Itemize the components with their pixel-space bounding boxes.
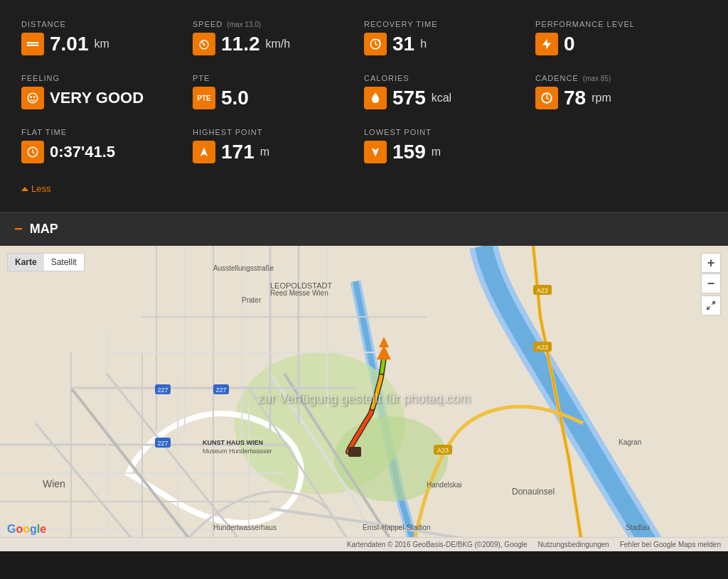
svg-point-7 — [31, 97, 32, 98]
svg-text:Handelskai: Handelskai — [427, 481, 461, 489]
calories-icon — [364, 87, 387, 109]
map-toggle-button[interactable]: − — [14, 221, 23, 237]
lowest-point-icon — [364, 141, 387, 163]
map-footer: Kartendaten © 2016 GeoBasis-DE/BKG (©200… — [0, 537, 728, 551]
cadence-unit: rpm — [592, 92, 611, 104]
stat-distance: DISTANCE 7.01 km — [21, 14, 193, 61]
map-terms-link[interactable]: Nutzungsbedingungen — [538, 541, 609, 548]
svg-point-15 — [334, 416, 448, 502]
distance-unit: km — [95, 38, 109, 50]
stat-pte: PTE PTE 5.0 — [193, 68, 364, 115]
svg-rect-0 — [27, 42, 39, 43]
svg-text:Museum Hundertwasser: Museum Hundertwasser — [203, 448, 272, 455]
feeling-icon — [21, 87, 44, 109]
cadence-max: (max 85) — [583, 75, 611, 82]
less-link[interactable]: Less — [21, 180, 50, 197]
flat-time-icon — [21, 141, 44, 163]
stat-feeling: FEELING VERY GOOD — [21, 68, 193, 115]
zoom-in-button[interactable]: + — [701, 253, 721, 273]
map-type-satellit-button[interactable]: Satellit — [44, 254, 84, 271]
map-zoom-controls: + − — [701, 253, 721, 315]
recovery-label: RECOVERY TIME — [364, 20, 437, 28]
speed-max: (max 13.0) — [227, 21, 261, 28]
zoom-out-button[interactable]: − — [701, 274, 721, 293]
pte-value: 5.0 — [221, 87, 249, 109]
svg-text:227: 227 — [157, 386, 168, 394]
less-label: Less — [31, 183, 50, 194]
svg-text:A23: A23 — [537, 344, 548, 351]
performance-value: 0 — [564, 33, 575, 55]
svg-text:A22: A22 — [537, 287, 548, 294]
calories-label: CALORIES — [364, 74, 410, 82]
svg-marker-11 — [200, 147, 208, 156]
svg-text:Prater: Prater — [242, 296, 262, 304]
cadence-icon — [535, 87, 558, 109]
cadence-label: CADENCE — [535, 74, 579, 82]
stat-performance: PERFORMANCE LEVEL 0 — [535, 14, 707, 61]
distance-value: 7.01 — [50, 33, 89, 55]
svg-point-3 — [203, 43, 205, 45]
svg-text:Ausstellungsstraße: Ausstellungsstraße — [213, 264, 274, 272]
stat-highest-point: HIGHEST POINT 171 m — [193, 122, 364, 169]
svg-rect-38 — [348, 447, 361, 457]
feeling-value: VERY GOOD — [50, 89, 144, 107]
feeling-label: FEELING — [21, 74, 60, 82]
svg-marker-5 — [542, 39, 551, 50]
svg-text:227: 227 — [215, 386, 226, 394]
calories-unit: kcal — [432, 92, 451, 104]
speed-label: SPEED — [193, 20, 223, 28]
map-error-link[interactable]: Fehler bei Google Maps melden — [620, 541, 721, 548]
calories-value: 575 — [392, 87, 426, 109]
stat-lowest-point: LOWEST POINT 159 m — [364, 122, 535, 169]
highest-point-label: HIGHEST POINT — [193, 128, 262, 136]
map-section: − MAP — [0, 212, 728, 551]
flat-time-value: 0:37'41.5 — [50, 143, 115, 161]
stats-panel: DISTANCE 7.01 km SPEED (max 13.0) 11.2 k… — [0, 0, 728, 212]
recovery-icon — [364, 33, 387, 55]
map-copyright: Kartendaten © 2016 GeoBasis-DE/BKG (©200… — [347, 541, 528, 548]
svg-text:Stadlau: Stadlau — [626, 524, 650, 531]
map-container[interactable]: Wien LEOPOLDSTADT Prater Donauinsel Kagr… — [0, 246, 728, 551]
highest-point-value: 171 — [221, 141, 255, 163]
performance-label: PERFORMANCE LEVEL — [535, 20, 635, 28]
map-header: − MAP — [0, 212, 728, 246]
speed-icon — [193, 33, 215, 55]
map-svg: Wien LEOPOLDSTADT Prater Donauinsel Kagr… — [0, 246, 728, 551]
map-type-buttons: Karte Satellit — [7, 253, 85, 271]
stat-empty — [535, 122, 707, 169]
fullscreen-button[interactable] — [701, 296, 721, 315]
svg-marker-12 — [372, 148, 380, 157]
speed-unit: km/h — [266, 38, 291, 50]
stat-speed: SPEED (max 13.0) 11.2 km/h — [193, 14, 364, 61]
svg-point-8 — [34, 97, 36, 98]
highest-point-icon — [193, 141, 215, 163]
lowest-point-unit: m — [432, 146, 441, 158]
svg-rect-1 — [27, 45, 39, 46]
google-logo: Google — [7, 523, 46, 536]
svg-text:Donauinsel: Donauinsel — [512, 487, 555, 497]
highest-point-unit: m — [260, 146, 269, 158]
stat-calories: CALORIES 575 kcal — [364, 68, 535, 115]
distance-icon — [21, 33, 44, 55]
stat-recovery: RECOVERY TIME 31 h — [364, 14, 535, 61]
pte-icon: PTE — [193, 87, 215, 109]
flat-time-label: FLAT TIME — [21, 128, 67, 136]
cadence-value: 78 — [564, 87, 586, 109]
speed-value: 11.2 — [221, 33, 260, 55]
distance-label: DISTANCE — [21, 20, 66, 28]
stats-grid: DISTANCE 7.01 km SPEED (max 13.0) 11.2 k… — [21, 14, 707, 169]
svg-text:Wien: Wien — [43, 478, 65, 489]
svg-text:KUNST HAUS WIEN: KUNST HAUS WIEN — [203, 439, 263, 446]
svg-text:Kagran: Kagran — [619, 438, 641, 446]
svg-text:Ernst-Happel-Stadion: Ernst-Happel-Stadion — [363, 524, 431, 531]
svg-text:Reed Messe Wien: Reed Messe Wien — [270, 289, 328, 297]
lowest-point-label: LOWEST POINT — [364, 128, 432, 136]
svg-text:A23: A23 — [437, 447, 449, 454]
map-title: MAP — [30, 222, 58, 237]
stat-cadence: CADENCE (max 85) 78 rpm — [535, 68, 707, 115]
map-type-karte-button[interactable]: Karte — [8, 254, 44, 271]
svg-text:227: 227 — [157, 440, 168, 447]
pte-label: PTE — [193, 74, 210, 82]
stat-flat-time: FLAT TIME 0:37'41.5 — [21, 122, 193, 169]
less-arrow-icon — [21, 187, 28, 191]
